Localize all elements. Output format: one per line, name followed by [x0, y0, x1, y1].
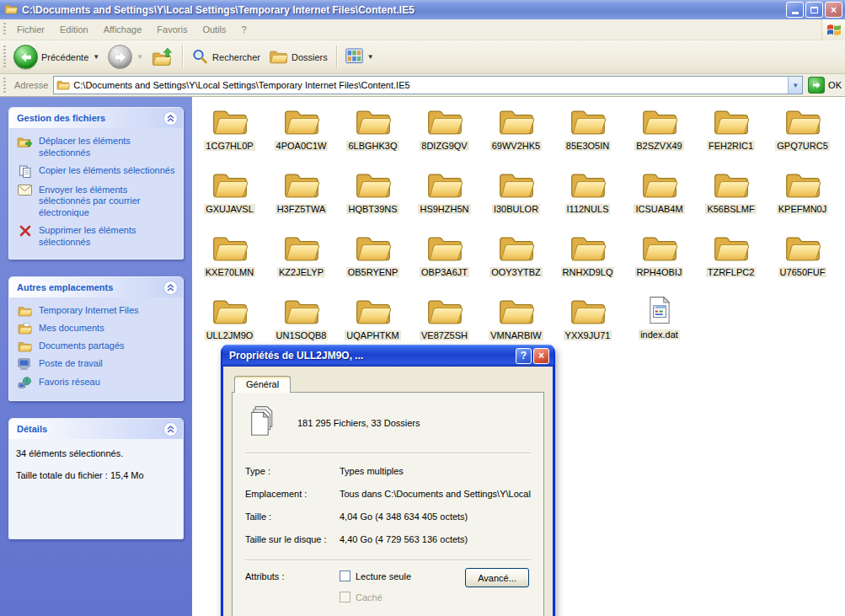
- folder-shared-icon: [17, 340, 33, 352]
- panel-other-places-header[interactable]: Autres emplacements: [9, 277, 183, 297]
- file-item[interactable]: OBP3A6JT: [409, 230, 480, 293]
- task-item[interactable]: Copier les éléments sélectionnés: [17, 165, 178, 179]
- task-item[interactable]: Déplacer les éléments sélectionnés: [17, 136, 178, 159]
- advanced-button[interactable]: Avancé...: [465, 568, 529, 587]
- tab-strip: Général: [223, 367, 553, 392]
- file-item[interactable]: K56BSLMF: [695, 167, 767, 230]
- tab-general[interactable]: Général: [234, 376, 291, 393]
- forward-arrow-icon: [108, 45, 132, 69]
- file-item-label: VE87Z5SH: [420, 330, 469, 340]
- folder-icon: [641, 233, 678, 265]
- file-item[interactable]: 4POA0C1W: [265, 104, 337, 167]
- toolbar-gripper[interactable]: [3, 23, 6, 37]
- toolbar-gripper[interactable]: [3, 78, 6, 93]
- folder-icon: [713, 106, 750, 139]
- file-item[interactable]: index.dat: [623, 293, 695, 356]
- search-button[interactable]: Rechercher: [187, 46, 265, 69]
- task-item[interactable]: Supprimer les éléments sélectionnés: [17, 225, 178, 249]
- sidebar: Gestion des fichiers Déplacer les élémen…: [0, 97, 192, 616]
- file-item[interactable]: ICSUAB4M: [623, 167, 695, 230]
- collapse-chevron-icon[interactable]: [163, 422, 178, 437]
- file-item[interactable]: 1CG7HL0P: [194, 104, 265, 167]
- file-item[interactable]: GXUJAVSL: [194, 167, 265, 230]
- file-item[interactable]: OB5RYENP: [337, 230, 409, 293]
- dialog-close-button[interactable]: ×: [533, 348, 549, 364]
- task-item[interactable]: Favoris réseau: [17, 377, 178, 389]
- folder-icon: [713, 169, 750, 202]
- file-item[interactable]: TZRFLPC2: [695, 230, 767, 293]
- panel-file-tasks-header[interactable]: Gestion des fichiers: [9, 108, 183, 128]
- property-row: Taille :4,04 Go (4 348 634 405 octets): [245, 512, 531, 522]
- menu-item[interactable]: Affichage: [96, 22, 150, 37]
- panel-details-header[interactable]: Détails: [9, 419, 183, 439]
- multiple-files-icon: [249, 405, 275, 441]
- tab-page-general: 181 295 Fichiers, 33 Dossiers Type :Type…: [232, 392, 544, 616]
- folder-icon: [355, 233, 392, 265]
- file-item[interactable]: KPEFMN0J: [767, 167, 838, 230]
- toolbar-separator: [182, 46, 183, 68]
- file-item[interactable]: OOY3YTBZ: [480, 230, 552, 293]
- menu-item[interactable]: Favoris: [149, 22, 195, 37]
- file-item[interactable]: KZ2JELYP: [265, 230, 337, 293]
- folder-icon: [570, 296, 607, 329]
- file-item[interactable]: I30BULOR: [480, 167, 552, 230]
- property-label: Emplacement :: [245, 489, 340, 499]
- address-input[interactable]: C:\Documents and Settings\Y\Local Settin…: [53, 76, 803, 94]
- go-button[interactable]: OK: [808, 77, 842, 94]
- folders-button[interactable]: Dossiers: [265, 46, 332, 68]
- file-item[interactable]: YXX9JU71: [552, 293, 623, 356]
- readonly-checkbox[interactable]: [340, 570, 350, 581]
- file-item[interactable]: B2SZVX49: [623, 104, 695, 167]
- up-button[interactable]: [147, 45, 178, 69]
- file-item[interactable]: H3FZ5TWA: [265, 167, 337, 230]
- search-icon: [191, 48, 209, 67]
- task-label: Mes documents: [39, 323, 104, 335]
- folder-icon: [355, 169, 392, 202]
- file-item[interactable]: HQBT39NS: [337, 167, 409, 230]
- collapse-chevron-icon[interactable]: [163, 281, 178, 295]
- file-item[interactable]: I112NULS: [552, 167, 623, 230]
- file-item-label: ICSUAB4M: [634, 204, 684, 214]
- collapse-chevron-icon[interactable]: [163, 111, 178, 126]
- file-item-label: 4POA0C1W: [275, 141, 329, 151]
- menu-item[interactable]: Outils: [195, 22, 233, 37]
- views-button[interactable]: ▼: [341, 46, 378, 68]
- task-item[interactable]: Mes documents: [17, 323, 178, 335]
- file-item[interactable]: U7650FUF: [767, 230, 838, 293]
- task-item[interactable]: Poste de travail: [17, 358, 178, 371]
- file-item[interactable]: 85E3O5IN: [552, 104, 623, 167]
- file-item[interactable]: HS9HZH5N: [409, 167, 480, 230]
- file-item[interactable]: FEH2RIC1: [695, 104, 767, 167]
- maximize-button[interactable]: [805, 2, 823, 18]
- address-dropdown-button[interactable]: ▼: [788, 77, 802, 94]
- menu-item[interactable]: Edition: [52, 22, 96, 37]
- close-button[interactable]: ×: [825, 2, 842, 18]
- task-item[interactable]: Documents partagés: [17, 340, 178, 352]
- file-item[interactable]: RNHXD9LQ: [552, 230, 623, 293]
- file-item[interactable]: RPH4OBIJ: [623, 230, 695, 293]
- views-dropdown-icon[interactable]: ▼: [367, 53, 374, 61]
- menu-item[interactable]: Fichier: [9, 22, 52, 37]
- help-button[interactable]: ?: [516, 348, 532, 364]
- properties-dialog: Propriétés de ULL2JM9O, ... ? × Général …: [221, 345, 555, 616]
- file-item[interactable]: 69WV2HK5: [480, 104, 552, 167]
- back-button[interactable]: Précédente ▼: [9, 42, 104, 72]
- forward-button[interactable]: ▼: [104, 42, 147, 72]
- file-item-label: B2SZVX49: [634, 141, 683, 151]
- folder-icon: [426, 106, 463, 139]
- menu-item[interactable]: ?: [234, 22, 254, 37]
- task-item[interactable]: Temporary Internet Files: [17, 305, 178, 317]
- go-arrow-icon: [808, 77, 825, 94]
- back-dropdown-icon[interactable]: ▼: [93, 53, 99, 61]
- file-item[interactable]: KXE70LMN: [194, 230, 265, 293]
- file-item[interactable]: 8DIZG9QV: [409, 104, 480, 167]
- file-item-label: KZ2JELYP: [277, 267, 325, 277]
- file-item-label: UQAPHTKM: [345, 330, 400, 340]
- folder-icon: [498, 233, 535, 265]
- file-item-label: RNHXD9LQ: [561, 267, 615, 277]
- minimize-button[interactable]: [786, 2, 804, 18]
- task-item[interactable]: Envoyer les éléments sélectionnés par co…: [17, 185, 178, 219]
- file-item[interactable]: GPQ7URC5: [767, 104, 838, 167]
- toolbar-gripper[interactable]: [3, 46, 6, 68]
- file-item[interactable]: 6LBGHK3Q: [337, 104, 409, 167]
